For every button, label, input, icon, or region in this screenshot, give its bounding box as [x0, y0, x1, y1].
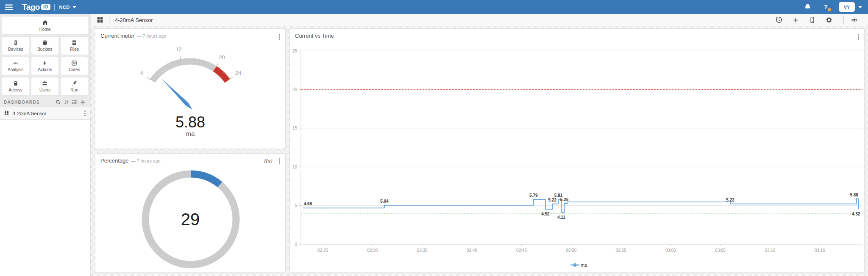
sidebar-item-label: Analysis: [8, 67, 23, 72]
svg-text:15: 15: [292, 126, 298, 130]
svg-text:4.11: 4.11: [557, 215, 565, 220]
search-icon[interactable]: [56, 99, 61, 105]
sidebar-tile-grid: DevicesBucketsFiles</>AnalysisActionsCor…: [2, 36, 88, 96]
workspace-name: NCD: [59, 5, 70, 10]
sidebar-item-run[interactable]: Run: [61, 77, 88, 96]
svg-text:03:00: 03:00: [665, 248, 676, 253]
history-icon[interactable]: [776, 17, 782, 23]
svg-text:03:15: 03:15: [815, 248, 825, 253]
sidebar-item-label: Devices: [8, 47, 23, 52]
sidebar-top: Home DevicesBucketsFiles</>AnalysisActio…: [0, 14, 90, 120]
add-widget-icon[interactable]: [793, 17, 799, 23]
svg-text:02:40: 02:40: [467, 248, 477, 253]
sidebar-item-home[interactable]: Home: [2, 16, 88, 35]
sidebar-item-label: Cores: [69, 67, 80, 72]
sidebar-item-analysis[interactable]: </>Analysis: [2, 57, 29, 75]
formula-icon[interactable]: f(x): [264, 158, 272, 164]
brand-badge: IO: [41, 4, 50, 10]
widget-timestamp: — 7 hours ago: [131, 158, 161, 163]
dashboard-toolbar: 4-20mA Sensor: [90, 14, 868, 26]
legend-item[interactable]: ma: [571, 262, 587, 268]
sidebar-item-label: Files: [70, 47, 79, 52]
sidebar-item-cores[interactable]: Cores: [61, 57, 88, 75]
sidebar-item-devices[interactable]: Devices: [2, 36, 29, 55]
divider: [109, 16, 109, 24]
actions-icon: [42, 60, 47, 66]
svg-text:5.25: 5.25: [560, 197, 569, 202]
sidebar-item-access[interactable]: Access: [2, 77, 29, 96]
list-view-icon[interactable]: [72, 99, 77, 105]
run-icon: [71, 80, 77, 86]
svg-text:5: 5: [295, 203, 297, 208]
dashboard-item-menu-icon[interactable]: [84, 113, 86, 114]
gauge-value: 5.88: [95, 113, 285, 131]
home-icon: [42, 19, 48, 26]
hide-sidebar-eye-icon[interactable]: [851, 17, 858, 23]
divider: [843, 16, 844, 24]
dashboard-item-label: 4-20mA Sensor: [13, 111, 84, 116]
sidebar-item-buckets[interactable]: Buckets: [31, 36, 58, 55]
svg-text:10: 10: [292, 165, 298, 169]
help-icon[interactable]: ?: [824, 3, 828, 11]
dashboard-list-item[interactable]: 4-20mA Sensor: [0, 107, 90, 120]
workspace-selector[interactable]: NCD: [59, 5, 76, 10]
account-chevron-down-icon[interactable]: [858, 6, 862, 8]
svg-text:02:25: 02:25: [317, 248, 328, 253]
widget-menu-icon[interactable]: [858, 36, 859, 38]
chevron-down-icon: [72, 6, 76, 8]
widget-title: Current meter: [100, 33, 134, 39]
svg-text:20: 20: [219, 54, 225, 61]
add-dashboard-icon[interactable]: [80, 99, 86, 105]
svg-text:03:10: 03:10: [765, 248, 775, 253]
sidebar-item-users[interactable]: Users: [31, 77, 58, 96]
toolbar-actions: [776, 16, 868, 24]
dashboard-canvas: Current meter — 7 hours ago 4122024 5.88…: [90, 26, 868, 276]
dashboard-title: 4-20mA Sensor: [115, 17, 153, 23]
sidebar-item-label: Buckets: [37, 47, 53, 52]
notifications-bell-icon[interactable]: [804, 3, 811, 11]
svg-text:12: 12: [175, 46, 181, 52]
svg-text:4.52: 4.52: [541, 212, 550, 216]
sidebar-item-label: Users: [39, 88, 50, 92]
devices-icon: [13, 40, 19, 46]
donut-value: 29: [95, 210, 285, 229]
buckets-icon: [42, 40, 48, 46]
settings-gear-icon[interactable]: [826, 17, 832, 23]
widget-header: Current meter — 7 hours ago: [95, 29, 285, 41]
svg-text:24: 24: [235, 70, 241, 76]
sort-az-icon[interactable]: AZ: [64, 99, 69, 105]
sidebar-item-label: Run: [70, 88, 78, 92]
files-icon: [71, 40, 77, 46]
access-icon: [13, 80, 19, 86]
svg-text:02:35: 02:35: [417, 248, 428, 253]
svg-text:03:05: 03:05: [715, 248, 726, 253]
sidebar-tiles: Home DevicesBucketsFiles</>AnalysisActio…: [0, 14, 90, 97]
svg-text:Z: Z: [67, 102, 68, 105]
top-navbar: Tago IO NCD ? VY: [0, 0, 868, 14]
svg-text:ma: ma: [581, 262, 587, 268]
sidebar-item-label: Home: [39, 27, 51, 32]
svg-text:02:45: 02:45: [516, 248, 527, 253]
avatar[interactable]: VY: [839, 2, 855, 12]
tagoio-logo[interactable]: Tago IO: [22, 3, 50, 12]
svg-text:02:30: 02:30: [367, 248, 378, 253]
widget-menu-icon[interactable]: [279, 36, 280, 38]
svg-text:02:50: 02:50: [566, 248, 576, 253]
widget-timestamp: — 7 hours ago: [137, 33, 166, 39]
apps-grid-icon[interactable]: [97, 17, 103, 23]
sidebar-item-actions[interactable]: Actions: [31, 57, 58, 75]
svg-text:</>: </>: [13, 61, 18, 65]
current-vs-time-widget: Current vs Time 051015202502:2502:3002:3…: [289, 28, 865, 272]
svg-text:4.52: 4.52: [852, 212, 860, 216]
svg-text:5.22: 5.22: [726, 198, 734, 202]
mobile-view-icon[interactable]: [809, 17, 815, 23]
dashboards-list: 4-20mA Sensor: [0, 107, 90, 120]
sidebar-item-files[interactable]: Files: [61, 36, 88, 55]
svg-text:20: 20: [292, 87, 298, 92]
users-icon: [42, 80, 48, 86]
navbar-right: ? VY: [804, 2, 868, 12]
line-chart: 051015202502:2502:3002:3502:4002:4502:50…: [290, 29, 865, 274]
widget-menu-icon[interactable]: [279, 160, 280, 162]
cores-icon: [71, 60, 77, 66]
hamburger-menu-icon[interactable]: [5, 4, 13, 10]
